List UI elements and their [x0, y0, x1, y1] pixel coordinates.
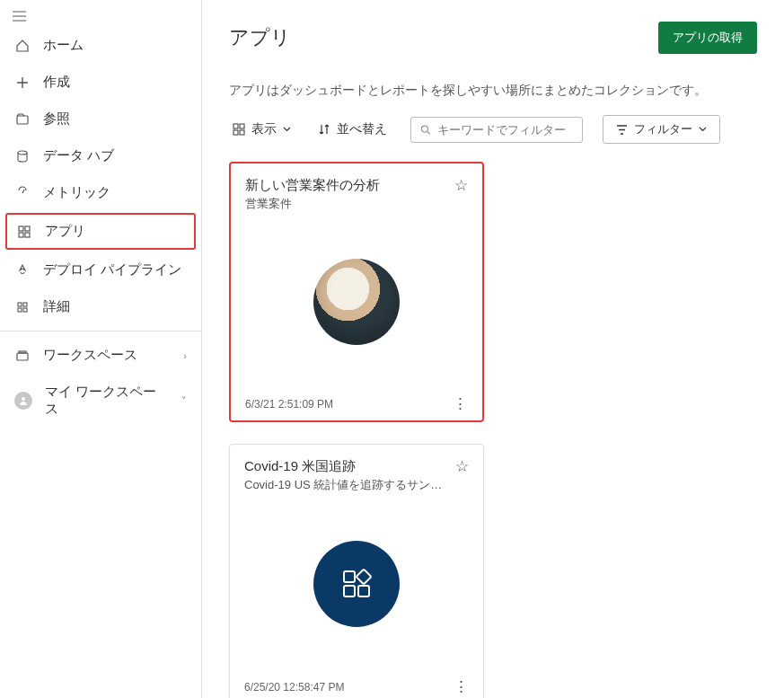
sidebar-item-label: メトリック [43, 184, 110, 201]
main-content: アプリ アプリの取得 アプリはダッシュボードとレポートを探しやすい場所にまとめた… [202, 0, 784, 698]
card-title: 新しい営業案件の分析 [245, 176, 449, 194]
home-icon [14, 38, 31, 54]
toolbar: 表示 並べ替え フィルター [229, 115, 757, 144]
plus-icon [14, 75, 31, 91]
card-header: Covid-19 米国追跡 Covid-19 US 統計値を追跡するサンプル ア… [230, 445, 483, 499]
sidebar-item-datahub[interactable]: データ ハブ [0, 137, 201, 174]
app-card[interactable]: 新しい営業案件の分析 営業案件 ☆ 6/3/21 2:51:09 PM ⋮ [229, 162, 484, 422]
sidebar-item-label: 作成 [43, 74, 70, 91]
svg-rect-8 [18, 308, 22, 312]
grid-icon [233, 123, 245, 136]
datahub-icon [14, 148, 31, 164]
sidebar-item-label: 詳細 [43, 298, 70, 315]
filter-button[interactable]: フィルター [603, 115, 720, 144]
sidebar: ホーム 作成 参照 データ ハブ メトリック アプリ デプロイ [0, 0, 202, 698]
chevron-right-icon: › [183, 350, 187, 361]
sort-button[interactable]: 並べ替え [314, 117, 391, 142]
svg-rect-10 [17, 353, 28, 360]
card-footer: 6/25/20 12:58:47 PM ⋮ [230, 670, 483, 698]
sidebar-item-label: データ ハブ [43, 147, 114, 164]
svg-rect-13 [233, 124, 238, 128]
card-subtitle: Covid-19 US 統計値を追跡するサンプル アプ [244, 477, 450, 493]
sidebar-item-create[interactable]: 作成 [0, 64, 201, 101]
svg-point-17 [421, 126, 427, 132]
sidebar-item-label: 参照 [43, 110, 70, 128]
deploy-icon [14, 262, 31, 278]
app-thumbnail [313, 541, 400, 627]
avatar-icon [14, 392, 32, 410]
svg-rect-0 [17, 116, 28, 124]
card-grid: 新しい営業案件の分析 営業案件 ☆ 6/3/21 2:51:09 PM ⋮ Co… [229, 162, 757, 698]
sidebar-item-label: マイ ワークスペース [45, 384, 169, 418]
favorite-icon[interactable]: ☆ [454, 176, 468, 195]
sidebar-item-more[interactable]: 詳細 [0, 288, 201, 325]
more-icon[interactable]: ⋮ [453, 396, 468, 411]
sidebar-item-home[interactable]: ホーム [0, 27, 201, 64]
sidebar-item-browse[interactable]: 参照 [0, 101, 201, 137]
sidebar-item-label: アプリ [45, 223, 85, 240]
svg-rect-18 [344, 571, 355, 582]
svg-rect-3 [25, 226, 30, 231]
sort-label: 並べ替え [337, 121, 387, 137]
search-input[interactable] [437, 123, 573, 137]
svg-rect-19 [358, 586, 369, 596]
svg-rect-11 [19, 351, 26, 353]
metric-icon [14, 185, 31, 201]
svg-rect-16 [240, 130, 244, 135]
app-thumbnail [313, 259, 400, 345]
app-card[interactable]: Covid-19 米国追跡 Covid-19 US 統計値を追跡するサンプル ア… [229, 444, 484, 698]
sidebar-item-label: デプロイ パイプライン [43, 261, 181, 278]
card-title: Covid-19 米国追跡 [244, 457, 450, 475]
sidebar-item-label: ワークスペース [43, 347, 137, 364]
hamburger-icon[interactable] [0, 5, 201, 27]
svg-rect-20 [344, 586, 355, 596]
view-button[interactable]: 表示 [229, 117, 295, 142]
get-app-button[interactable]: アプリの取得 [658, 22, 757, 54]
card-footer: 6/3/21 2:51:09 PM ⋮ [231, 387, 482, 420]
page-subtitle: アプリはダッシュボードとレポートを探しやすい場所にまとめたコレクションです。 [229, 83, 757, 99]
sidebar-divider [0, 331, 201, 331]
filter-label: フィルター [634, 121, 692, 137]
svg-rect-14 [240, 124, 244, 128]
svg-rect-21 [357, 570, 372, 585]
chevron-down-icon [699, 127, 707, 132]
card-timestamp: 6/25/20 12:58:47 PM [244, 681, 344, 694]
page-title: アプリ [229, 24, 291, 51]
svg-rect-5 [25, 233, 30, 237]
card-subtitle: 営業案件 [245, 196, 449, 212]
sort-icon [318, 123, 330, 136]
svg-rect-15 [233, 130, 238, 135]
svg-rect-4 [19, 233, 23, 237]
search-icon [420, 124, 431, 136]
more-icon [14, 299, 31, 315]
card-body [230, 499, 483, 671]
apps-icon [16, 224, 32, 240]
svg-point-12 [22, 397, 25, 401]
view-label: 表示 [251, 121, 277, 137]
sidebar-item-deploy[interactable]: デプロイ パイプライン [0, 252, 201, 288]
svg-point-1 [18, 151, 27, 155]
sidebar-item-workspaces[interactable]: ワークスペース › [0, 337, 201, 374]
browse-icon [14, 111, 31, 128]
filter-icon [616, 124, 628, 136]
workspace-icon [14, 348, 31, 364]
sidebar-item-apps[interactable]: アプリ [5, 213, 196, 250]
sidebar-item-metrics[interactable]: メトリック [0, 174, 201, 211]
svg-rect-7 [23, 303, 27, 306]
svg-rect-6 [18, 303, 22, 306]
card-timestamp: 6/3/21 2:51:09 PM [245, 398, 333, 411]
card-body [231, 217, 482, 388]
sidebar-item-label: ホーム [43, 37, 84, 54]
main-header: アプリ アプリの取得 [229, 22, 757, 54]
sidebar-item-myworkspace[interactable]: マイ ワークスペース ˅ [0, 374, 201, 428]
svg-rect-2 [19, 226, 23, 231]
favorite-icon[interactable]: ☆ [455, 457, 469, 476]
chevron-down-icon: ˅ [181, 395, 187, 407]
card-header: 新しい営業案件の分析 営業案件 ☆ [231, 163, 482, 217]
svg-rect-9 [23, 308, 27, 312]
search-input-wrapper[interactable] [410, 117, 583, 143]
chevron-down-icon [283, 127, 291, 132]
more-icon[interactable]: ⋮ [454, 679, 469, 694]
